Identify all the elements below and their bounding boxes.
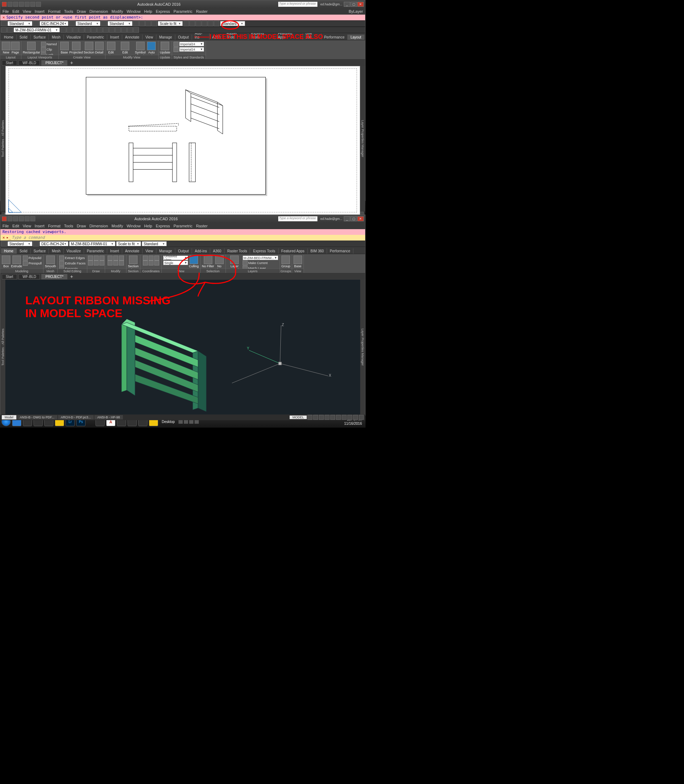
modify-icon[interactable] bbox=[119, 255, 124, 260]
qat-undo-icon[interactable] bbox=[24, 2, 29, 7]
paper-space-canvas[interactable] bbox=[5, 66, 360, 216]
ribbon-tab-parametric[interactable]: Parametric bbox=[84, 35, 107, 40]
draw-icon[interactable] bbox=[99, 260, 104, 265]
group-button[interactable]: Group bbox=[281, 255, 290, 268]
layer-tool-icon[interactable] bbox=[85, 27, 90, 33]
ribbon-tab-expresstools[interactable]: Express Tools bbox=[250, 248, 278, 254]
draw-icon[interactable] bbox=[94, 260, 99, 265]
status-icon[interactable] bbox=[342, 415, 347, 420]
menu-draw[interactable]: Draw bbox=[77, 224, 86, 228]
scale-dropdown[interactable]: Scale to fit▼ bbox=[116, 241, 141, 246]
tool-icon[interactable] bbox=[190, 21, 195, 26]
status-icon[interactable] bbox=[359, 415, 364, 420]
ribbon-tab-manage[interactable]: Manage bbox=[156, 35, 175, 40]
layer-dropdown[interactable]: M-ZIM-BED-FRMW...▼ bbox=[243, 255, 278, 260]
qat-new-icon[interactable] bbox=[8, 2, 13, 7]
minimize-button[interactable]: _ bbox=[344, 216, 350, 221]
qat-plot-icon[interactable] bbox=[36, 2, 41, 7]
status-icon[interactable] bbox=[353, 415, 358, 420]
layer-tool-icon[interactable] bbox=[109, 27, 115, 33]
layer-tool-icon[interactable] bbox=[103, 27, 109, 33]
ribbon-tab-mesh[interactable]: Mesh bbox=[49, 248, 63, 254]
tool-icon[interactable] bbox=[184, 21, 189, 26]
ribbon-tab-surface[interactable]: Surface bbox=[31, 35, 49, 40]
space-mode[interactable]: MODEL bbox=[290, 415, 307, 419]
status-icon[interactable] bbox=[324, 415, 329, 420]
ribbon-tab-bim360[interactable]: BIM 360 bbox=[308, 248, 327, 254]
tool-icon[interactable] bbox=[145, 21, 151, 26]
help-search[interactable]: Type a keyword or phrase bbox=[278, 216, 318, 221]
menu-format[interactable]: Format bbox=[48, 224, 61, 228]
file-tab-start[interactable]: Start bbox=[2, 60, 17, 66]
style-dropdown[interactable]: Imperial24▼ bbox=[179, 42, 204, 46]
user-account[interactable]: ed.hade@gm... bbox=[320, 3, 342, 6]
layer-tool-icon[interactable] bbox=[73, 27, 78, 33]
plotstyle-dropdown[interactable]: Standard▼ bbox=[142, 241, 167, 246]
coord-icon[interactable] bbox=[148, 260, 153, 265]
ribbon-tab-performance[interactable]: Performance bbox=[321, 35, 348, 40]
help-search[interactable]: Type a keyword or phrase bbox=[278, 2, 318, 7]
ribbon-tab-insert[interactable]: Insert bbox=[107, 248, 122, 254]
qat-icon[interactable] bbox=[8, 216, 13, 221]
menu-view[interactable]: View bbox=[23, 224, 31, 228]
status-icon[interactable] bbox=[313, 415, 318, 420]
qat-redo-icon[interactable] bbox=[30, 2, 35, 7]
menu-help[interactable]: Help bbox=[144, 9, 152, 13]
menu-insert[interactable]: Insert bbox=[35, 224, 45, 228]
status-icon[interactable] bbox=[330, 415, 335, 420]
textstyle-dropdown[interactable]: Standard▼ bbox=[8, 241, 32, 246]
style-dropdown[interactable]: Imperial24▼ bbox=[179, 47, 204, 52]
cmdline-close-icon[interactable]: ✕ bbox=[3, 15, 5, 20]
draw-icon[interactable] bbox=[99, 255, 104, 260]
named-button[interactable]: Named bbox=[41, 42, 57, 47]
style-icon[interactable] bbox=[174, 47, 179, 52]
section-button[interactable]: Section bbox=[84, 42, 94, 54]
btab-ansi-hp[interactable]: ANSI-B - HP-98 bbox=[94, 415, 123, 419]
textstyle-icon[interactable] bbox=[1, 241, 7, 247]
layer-tool-icon[interactable] bbox=[67, 27, 72, 33]
ribbon-tab-visualize[interactable]: Visualize bbox=[64, 248, 84, 254]
ribbon-tab-manage[interactable]: Manage bbox=[156, 248, 175, 254]
textstyle-icon[interactable] bbox=[1, 21, 7, 26]
menu-express[interactable]: Express bbox=[156, 224, 170, 228]
ribbon-tab-home[interactable]: Home bbox=[1, 35, 17, 40]
coord-icon[interactable] bbox=[154, 260, 159, 265]
base-button[interactable]: Base bbox=[60, 42, 69, 54]
menu-dimension[interactable]: Dimension bbox=[89, 224, 108, 228]
ribbon-tab-home[interactable]: Home bbox=[1, 248, 17, 254]
modify-icon[interactable] bbox=[113, 260, 118, 265]
layer-tool-icon[interactable] bbox=[121, 27, 127, 33]
coord-icon[interactable] bbox=[143, 260, 148, 265]
menu-draw[interactable]: Draw bbox=[77, 9, 86, 13]
layer-tool-icon[interactable] bbox=[91, 27, 97, 33]
file-tab-start[interactable]: Start bbox=[2, 274, 17, 280]
menu-tools[interactable]: Tools bbox=[64, 9, 73, 13]
bylayer-color-dropdown[interactable]: ByLayer bbox=[349, 9, 363, 13]
ribbon-tab-mesh[interactable]: Mesh bbox=[49, 35, 63, 40]
ribbon-tab-parametric[interactable]: Parametric bbox=[84, 248, 107, 254]
menu-window[interactable]: Window bbox=[126, 224, 140, 228]
qat-icon[interactable] bbox=[13, 216, 18, 221]
menu-modify[interactable]: Modify bbox=[111, 224, 123, 228]
coord-icon[interactable] bbox=[148, 255, 153, 260]
ribbon-tab-view[interactable]: View bbox=[142, 35, 156, 40]
layer-dropdown[interactable]: M-ZIM-BED-FRMW-01▼ bbox=[13, 27, 60, 32]
qat-icon[interactable] bbox=[30, 216, 35, 221]
qat-icon[interactable] bbox=[19, 216, 24, 221]
coord-icon[interactable] bbox=[143, 255, 148, 260]
ribbon-tab-annotate[interactable]: Annotate bbox=[122, 248, 142, 254]
box-button[interactable]: Box bbox=[2, 255, 10, 268]
dimstyle-icon[interactable] bbox=[33, 21, 39, 26]
tool-icon[interactable] bbox=[214, 21, 219, 26]
status-icon[interactable] bbox=[347, 415, 352, 420]
modify-icon[interactable] bbox=[119, 260, 124, 265]
ribbon-tab-rastertools[interactable]: Raster Tools bbox=[224, 33, 248, 40]
modify-icon[interactable] bbox=[108, 255, 113, 260]
layer-tool-icon[interactable] bbox=[97, 27, 103, 33]
tool-icon[interactable] bbox=[133, 21, 139, 26]
ribbon-tab-output[interactable]: Output bbox=[175, 35, 192, 40]
base-button[interactable]: Base bbox=[294, 255, 302, 268]
ribbon-tab-layout[interactable]: Layout bbox=[348, 35, 365, 40]
cmdline-close-icon[interactable]: ✕ bbox=[3, 235, 5, 241]
menu-tools[interactable]: Tools bbox=[64, 224, 73, 228]
